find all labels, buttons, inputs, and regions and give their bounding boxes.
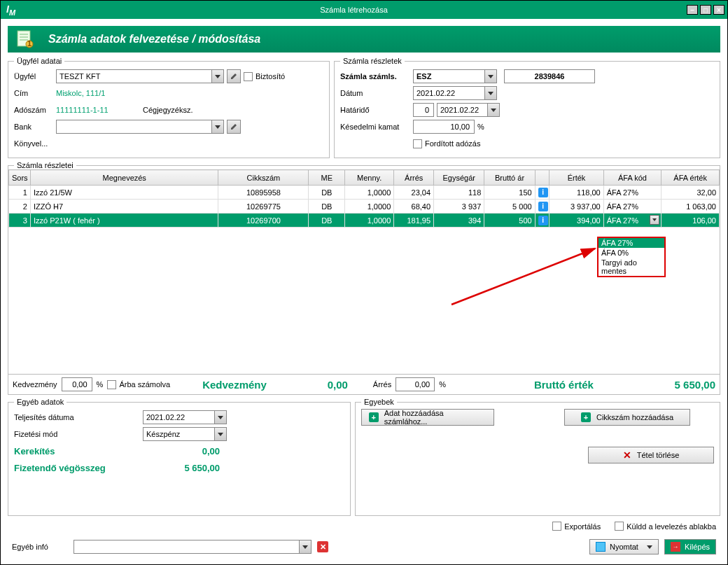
invoice-lines-table[interactable]: SorsMegnevezésCikkszámMEMenny.ÁrrésEgysé… [8, 169, 720, 228]
telj-input[interactable] [143, 410, 214, 424]
brutto-label: Bruttó érték [534, 379, 594, 391]
egyeb-info-clear-button[interactable]: ✕ [317, 541, 328, 552]
prefix-dropdown[interactable] [484, 69, 497, 83]
arba-checkbox[interactable]: Árba számolva [107, 380, 170, 389]
hatarido-days[interactable]: 0 [413, 103, 434, 117]
kerek-value: 0,00 [143, 446, 220, 456]
tetel-torles-button[interactable]: ✕ Tétel törlése [588, 447, 714, 463]
export-checkbox[interactable]: Exportálás [552, 522, 601, 531]
ugyfel-input[interactable] [56, 69, 211, 83]
invoice-fieldset: Számla részletek Számla számls. 2839846 … [334, 57, 720, 158]
fiz-input[interactable] [143, 427, 214, 441]
afa-option[interactable]: ÁFA 27% [598, 238, 664, 248]
kedv-input[interactable]: 0,00 [62, 377, 92, 391]
egyeb-info-dropdown[interactable] [299, 540, 312, 554]
afa-cell-dropdown[interactable] [650, 215, 659, 225]
ugyfel-edit-button[interactable] [227, 69, 241, 83]
egyebek-fieldset: Egyebek + Adat hozzáadása számlához... +… [355, 398, 720, 516]
column-header[interactable]: ME [309, 170, 345, 186]
szamla-label: Számla számls. [340, 72, 410, 81]
fiz-label: Fizetési mód [14, 430, 140, 438]
kamat-unit: % [477, 123, 484, 131]
plus-icon: + [581, 412, 591, 422]
kamat-input[interactable]: 10,00 [413, 120, 475, 134]
titlebar: IM Számla létrehozása – □ × [1, 1, 727, 19]
column-header[interactable]: ÁFA érték [662, 170, 720, 186]
fiz-dropdown[interactable] [214, 427, 227, 441]
nyomtat-button[interactable]: Nyomtat [589, 539, 659, 554]
column-header[interactable]: Bruttó ár [484, 170, 535, 186]
hatarido-dropdown[interactable] [487, 103, 500, 117]
egyeb-info-label: Egyéb infó [12, 543, 68, 551]
forditott-checkbox[interactable]: Fordított adózás [413, 139, 481, 148]
column-header[interactable]: ÁFA kód [603, 170, 662, 186]
minimize-button[interactable]: – [687, 5, 698, 15]
kilepes-button[interactable]: → Kilépés [664, 539, 716, 554]
exit-icon: → [671, 542, 680, 552]
prefix-input[interactable] [413, 69, 484, 83]
window-title: Számla létrehozása [21, 6, 687, 14]
hatarido-label: Határidő [340, 106, 410, 114]
bank-edit-button[interactable] [227, 120, 241, 134]
invoice-legend: Számla részletek [340, 57, 405, 65]
kedv-big-value: 0,00 [306, 379, 348, 391]
egyeb-info-input[interactable] [74, 540, 299, 554]
brutto-value: 5 650,00 [675, 379, 715, 391]
invoice-number: 2839846 [504, 69, 595, 83]
table-row[interactable]: 3Izzó P21W ( fehér )10269700DB1,0000181,… [9, 214, 720, 228]
info-icon[interactable]: i [538, 216, 548, 225]
annotation-arrow [448, 245, 602, 308]
datum-input[interactable] [413, 86, 484, 100]
column-header[interactable]: Sors [9, 170, 31, 186]
biztosito-checkbox[interactable]: Biztosító [244, 72, 285, 81]
afa-option[interactable]: Targyi ado mentes [598, 258, 664, 276]
details-fieldset: Számla részletei SorsMegnevezésCikkszámM… [8, 161, 720, 395]
cim-label: Cím [14, 89, 53, 97]
svg-line-6 [451, 249, 595, 305]
arres-label: Árrés [373, 380, 391, 389]
info-icon[interactable]: i [538, 202, 548, 211]
kamat-label: Késedelmi kamat [340, 123, 410, 131]
info-icon[interactable]: i [538, 188, 548, 197]
maximize-button[interactable]: □ [700, 5, 711, 15]
delete-icon: ✕ [623, 449, 631, 461]
egyeb-adatok-legend: Egyéb adatok [14, 398, 66, 406]
chevron-down-icon [647, 545, 652, 549]
column-header[interactable]: Árrés [394, 170, 434, 186]
arres-input[interactable]: 0,00 [396, 377, 435, 391]
column-header[interactable]: Megnevezés [30, 170, 218, 186]
table-row[interactable]: 2IZZÓ H710269775DB1,000068,403 9375 000i… [9, 200, 720, 214]
document-icon: 1 [15, 29, 34, 49]
bank-input[interactable] [56, 120, 211, 134]
plus-icon: + [369, 412, 379, 422]
ugyfel-dropdown[interactable] [211, 69, 224, 83]
column-header[interactable]: Egységár [434, 170, 484, 186]
kerek-label: Kerekítés [14, 446, 140, 456]
datum-dropdown[interactable] [484, 86, 497, 100]
header-text: Számla adatok felvezetése / módosítása [48, 33, 260, 46]
kedv-label: Kedvezmény [13, 380, 57, 389]
column-header[interactable] [535, 170, 550, 186]
column-header[interactable]: Érték [550, 170, 603, 186]
egyeb-adatok-fieldset: Egyéb adatok Teljesítés dátuma Fizetési … [8, 398, 351, 516]
close-button[interactable]: × [713, 5, 724, 15]
header-panel: 1 Számla adatok felvezetése / módosítása [8, 26, 720, 53]
fizetendo-value: 5 650,00 [143, 463, 220, 473]
cikkszam-button[interactable]: + Cikkszám hozzáadása [564, 409, 690, 426]
telj-dropdown[interactable] [214, 410, 227, 424]
afa-dropdown-menu[interactable]: ÁFA 27% ÁFA 0% Targyi ado mentes [597, 237, 666, 277]
afa-option[interactable]: ÁFA 0% [598, 248, 664, 258]
konyvel-label: Könyvel... [14, 139, 53, 148]
column-header[interactable]: Menny. [345, 170, 394, 186]
fizetendo-label: Fizetendő végösszeg [14, 463, 140, 473]
cegjegyzek-label: Cégjegyzéksz. [143, 106, 193, 114]
kuldd-checkbox[interactable]: Küldd a levelezés ablakba [615, 522, 716, 531]
table-row[interactable]: 1Izzó 21/5W10895958DB1,000023,04118150i1… [9, 186, 720, 200]
details-legend: Számla részletei [14, 161, 76, 169]
adoszam-label: Adószám [14, 106, 53, 114]
adat-hozzaadas-button[interactable]: + Adat hozzáadása számlához... [361, 409, 494, 426]
column-header[interactable]: Cikkszám [218, 170, 309, 186]
hatarido-date-input[interactable] [437, 103, 487, 117]
print-icon [596, 542, 606, 552]
bank-dropdown[interactable] [211, 120, 224, 134]
